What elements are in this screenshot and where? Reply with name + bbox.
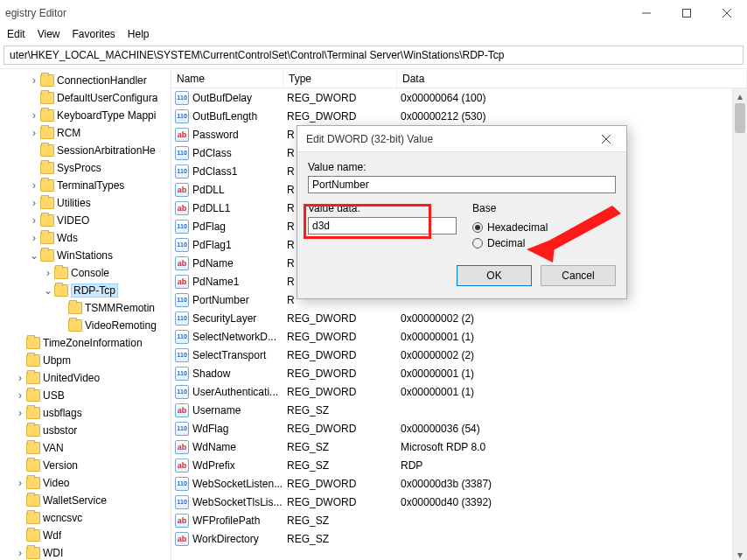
chevron-right-icon[interactable]: ›	[28, 197, 40, 209]
list-row[interactable]: 110UserAuthenticati...REG_DWORD0x0000000…	[171, 382, 747, 401]
column-name[interactable]: Name	[171, 70, 283, 88]
list-row[interactable]: abWdNameREG_SZMicrosoft RDP 8.0	[171, 438, 747, 456]
menu-favorites[interactable]: Favorites	[66, 26, 120, 42]
maximize-button[interactable]	[667, 0, 707, 26]
tree-item[interactable]: ›Console	[0, 264, 171, 282]
dialog-close-button[interactable]	[595, 128, 618, 150]
tree-item[interactable]: ⌄RDP-Tcp	[0, 282, 171, 299]
tree-item[interactable]: ›WDI	[0, 544, 171, 560]
value-name-input[interactable]	[308, 176, 616, 193]
list-row[interactable]: 110WebSocketListen...REG_DWORD0x00000d3b…	[171, 474, 747, 493]
scroll-up-icon[interactable]: ▴	[733, 88, 747, 103]
tree-item[interactable]: ›TerminalTypes	[0, 177, 171, 194]
tree-item[interactable]: SysProcs	[0, 159, 171, 177]
tree-item[interactable]: ›Video	[0, 474, 171, 492]
tree-item[interactable]: ›ConnectionHandler	[0, 72, 171, 89]
tree-item[interactable]: TimeZoneInformation	[0, 334, 171, 352]
tree-label: SysProcs	[57, 162, 101, 174]
chevron-right-icon[interactable]: ›	[28, 214, 40, 227]
tree-item[interactable]: ›RCM	[0, 124, 171, 142]
radio-hexadecimal[interactable]: Hexadecimal	[472, 220, 616, 235]
chevron-right-icon[interactable]: ›	[28, 179, 40, 192]
tree-item[interactable]: ›usbflags	[0, 404, 171, 422]
titlebar: egistry Editor	[0, 0, 747, 26]
tree-pane[interactable]: ›ConnectionHandlerDefaultUserConfigura›K…	[0, 69, 171, 560]
tree-item[interactable]: WalletService	[0, 492, 171, 509]
menu-edit[interactable]: Edit	[2, 26, 31, 42]
tree-item[interactable]: ›USB	[0, 387, 171, 404]
chevron-right-icon[interactable]: ›	[28, 232, 40, 244]
tree-item[interactable]: VAN	[0, 439, 171, 457]
list-row[interactable]: abWorkDirectoryREG_SZ	[171, 529, 747, 548]
scroll-down-icon[interactable]: ▾	[733, 547, 747, 560]
tree-item[interactable]: ›Wds	[0, 229, 171, 247]
value-data: 0x00000001 (1)	[397, 331, 747, 343]
value-type: REG_SZ	[283, 533, 397, 545]
tree-item[interactable]: usbstor	[0, 422, 171, 439]
tree-item[interactable]: ›KeyboardType Mappi	[0, 107, 171, 124]
chevron-right-icon[interactable]: ›	[28, 109, 40, 122]
ok-button[interactable]: OK	[457, 265, 532, 286]
tree-item[interactable]: VideoRemoting	[0, 317, 171, 334]
list-row[interactable]: 110OutBufDelayREG_DWORD0x00000064 (100)	[171, 88, 747, 107]
folder-icon	[40, 74, 54, 87]
chevron-right-icon[interactable]: ›	[28, 127, 40, 139]
tree-item[interactable]: TSMMRemotin	[0, 299, 171, 317]
folder-icon	[40, 144, 54, 157]
column-data[interactable]: Data	[397, 70, 747, 88]
list-row[interactable]: 110SecurityLayerREG_DWORD0x00000002 (2)	[171, 309, 747, 327]
folder-icon	[26, 547, 40, 559]
value-name: OutBufLength	[192, 110, 257, 122]
radio-decimal[interactable]: Decimal	[472, 235, 616, 251]
tree-item[interactable]: ›Utilities	[0, 194, 171, 212]
list-row[interactable]: 110OutBufLengthREG_DWORD0x00000212 (530)	[171, 107, 747, 125]
column-type[interactable]: Type	[283, 70, 397, 88]
value-name: Shadow	[192, 368, 230, 380]
address-bar[interactable]: uter\HKEY_LOCAL_MACHINE\SYSTEM\CurrentCo…	[3, 46, 744, 65]
string-value-icon: ab	[175, 514, 189, 528]
list-row[interactable]: 110WebSocketTlsLis...REG_DWORD0x00000d40…	[171, 493, 747, 511]
folder-icon	[40, 162, 54, 174]
tree-item[interactable]: wcncsvc	[0, 509, 171, 527]
chevron-right-icon[interactable]: ›	[28, 74, 40, 87]
tree-item[interactable]: SessionArbitrationHe	[0, 142, 171, 159]
list-row[interactable]: 110WdFlagREG_DWORD0x00000036 (54)	[171, 419, 747, 438]
scroll-thumb[interactable]	[735, 103, 745, 133]
chevron-right-icon[interactable]: ›	[14, 477, 26, 489]
tree-item[interactable]: ⌄WinStations	[0, 247, 171, 264]
value-type: REG_DWORD	[283, 349, 397, 361]
cancel-button[interactable]: Cancel	[541, 265, 616, 286]
tree-item[interactable]: Wdf	[0, 527, 171, 544]
value-name-label: Value name:	[308, 161, 616, 173]
list-row[interactable]: abWdPrefixREG_SZRDP	[171, 456, 747, 474]
svg-rect-1	[683, 10, 691, 18]
value-name: OutBufDelay	[192, 92, 252, 104]
chevron-right-icon[interactable]: ›	[14, 372, 26, 384]
value-name: WebSocketTlsLis...	[192, 496, 282, 508]
folder-icon	[26, 354, 40, 367]
list-row[interactable]: abUsernameREG_SZ	[171, 401, 747, 419]
vertical-scrollbar[interactable]: ▴ ▾	[732, 88, 747, 560]
chevron-right-icon[interactable]: ›	[14, 547, 26, 559]
close-button[interactable]	[707, 0, 747, 26]
tree-item[interactable]: ›UnitedVideo	[0, 369, 171, 387]
menu-help[interactable]: Help	[122, 26, 155, 42]
tree-item[interactable]: Version	[0, 457, 171, 474]
list-row[interactable]: 110ShadowREG_DWORD0x00000001 (1)	[171, 364, 747, 382]
list-row[interactable]: 110SelectNetworkD...REG_DWORD0x00000001 …	[171, 327, 747, 346]
minimize-button[interactable]	[626, 0, 667, 26]
chevron-right-icon[interactable]: ›	[14, 389, 26, 402]
menu-view[interactable]: View	[32, 26, 66, 42]
chevron-right-icon[interactable]: ›	[42, 267, 54, 279]
list-row[interactable]: abWFProfilePathREG_SZ	[171, 511, 747, 529]
chevron-right-icon[interactable]: ›	[14, 407, 26, 419]
list-row[interactable]: 110SelectTransportREG_DWORD0x00000002 (2…	[171, 346, 747, 364]
tree-item[interactable]: ›VIDEO	[0, 212, 171, 229]
tree-item[interactable]: Ubpm	[0, 352, 171, 369]
dialog-titlebar: Edit DWORD (32-bit) Value	[297, 126, 626, 152]
value-data-input[interactable]	[308, 217, 457, 234]
chevron-down-icon[interactable]: ⌄	[42, 284, 54, 297]
tree-item[interactable]: DefaultUserConfigura	[0, 89, 171, 107]
folder-icon	[26, 512, 40, 524]
chevron-down-icon[interactable]: ⌄	[28, 249, 40, 262]
